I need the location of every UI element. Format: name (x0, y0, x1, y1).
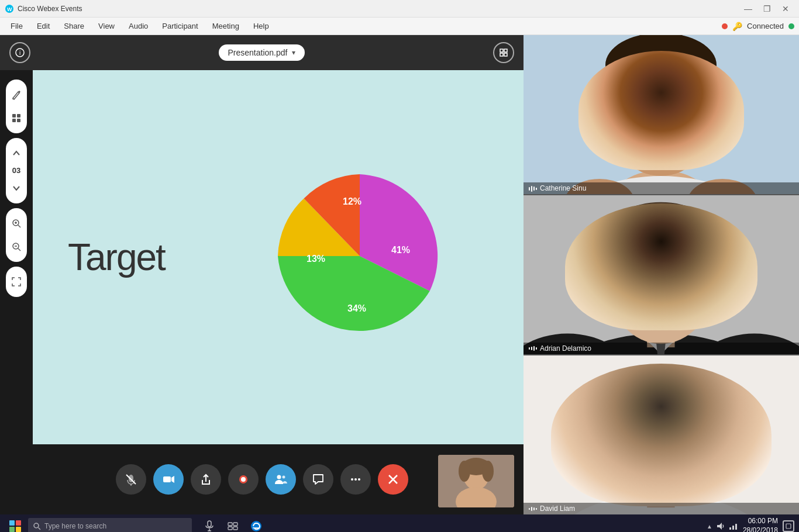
toolbar-right (493, 42, 514, 63)
fullscreen-button[interactable] (6, 271, 27, 292)
notification-center-button[interactable] (783, 520, 794, 532)
chevron-down-icon (12, 185, 20, 191)
menu-meeting[interactable]: Meeting (206, 19, 245, 33)
more-button[interactable] (340, 464, 371, 495)
menu-audio[interactable]: Audio (123, 19, 154, 33)
svg-rect-9 (17, 114, 20, 118)
file-name: Presentation.pdf (228, 48, 288, 57)
edge-icon (250, 520, 262, 532)
svg-rect-96 (228, 523, 232, 526)
svg-point-45 (608, 59, 714, 176)
svg-rect-56 (529, 187, 530, 191)
svg-text:13%: 13% (306, 254, 325, 264)
minimize-button[interactable]: — (739, 0, 757, 18)
svg-point-29 (241, 477, 246, 482)
participant-photo-catherine (524, 35, 799, 194)
maximize-button[interactable]: ❐ (758, 0, 776, 18)
video-button[interactable] (153, 464, 184, 495)
svg-point-48 (676, 71, 734, 141)
zoom-out-button[interactable] (6, 236, 27, 257)
svg-rect-57 (531, 186, 532, 192)
search-placeholder: Type here to search (44, 522, 106, 530)
taskbar-mic-icon[interactable] (199, 516, 220, 532)
mute-icon (125, 473, 137, 486)
slide-area: 03 (0, 70, 524, 444)
svg-point-34 (358, 478, 360, 481)
security-icon: 🔑 (732, 22, 742, 31)
prev-page-button[interactable] (6, 143, 27, 164)
speaker-icon[interactable] (716, 521, 725, 531)
svg-rect-105 (786, 524, 791, 528)
network-icon[interactable] (729, 521, 738, 531)
file-dropdown[interactable]: Presentation.pdf ▾ (219, 44, 305, 61)
taskbar: Type here to search ▲ (0, 514, 799, 532)
participants-button[interactable] (266, 464, 296, 495)
participants-panel: Catherine Sinu (524, 35, 799, 514)
svg-rect-103 (732, 526, 734, 530)
notification-icon (786, 523, 791, 529)
presentation-toolbar: i Presentation.pdf ▾ (0, 35, 524, 70)
start-button[interactable] (5, 516, 26, 532)
svg-rect-89 (533, 507, 535, 510)
svg-point-42 (482, 461, 494, 482)
pen-tool-button[interactable] (6, 84, 27, 105)
chevron-icon[interactable]: ▲ (707, 523, 712, 530)
taskbar-edge-icon[interactable] (246, 516, 267, 532)
participant-card-adrian: Adrian Delamico (524, 195, 799, 355)
menu-file[interactable]: File (5, 19, 29, 33)
close-button[interactable]: ✕ (777, 0, 794, 18)
controls-row (116, 464, 408, 495)
layout-button[interactable] (493, 42, 514, 63)
zoom-in-button[interactable] (6, 213, 27, 234)
chat-button[interactable] (303, 464, 333, 495)
more-icon (349, 473, 362, 486)
david-photo-svg (524, 355, 799, 514)
share-button[interactable] (191, 464, 221, 495)
zoom-in-icon (11, 218, 22, 229)
svg-point-47 (588, 71, 646, 141)
toolbar-left: i (9, 42, 30, 63)
clock-date: 28/02/2018 (743, 526, 778, 532)
catherine-photo-svg (524, 35, 799, 194)
svg-rect-98 (228, 527, 232, 530)
svg-rect-5 (504, 49, 507, 52)
svg-text:41%: 41% (391, 245, 410, 255)
audio-wave-icon-david (528, 505, 538, 512)
menu-participant[interactable]: Participant (156, 19, 204, 33)
menu-help[interactable]: Help (247, 19, 275, 33)
svg-rect-6 (500, 53, 503, 56)
mute-button[interactable] (116, 464, 146, 495)
end-call-button[interactable] (378, 464, 408, 495)
self-video-placeholder (438, 455, 514, 507)
menu-share[interactable]: Share (58, 19, 90, 33)
fullscreen-tools (6, 267, 27, 297)
next-page-button[interactable] (6, 178, 27, 199)
svg-line-92 (39, 528, 41, 530)
svg-point-41 (459, 461, 470, 482)
menu-edit[interactable]: Edit (31, 19, 56, 33)
pie-chart: 41% 34% 13% 12% (266, 163, 453, 350)
recording-indicator (722, 23, 728, 29)
title-bar-left: W Cisco Webex Events (5, 4, 82, 13)
info-button[interactable]: i (9, 42, 30, 63)
svg-rect-65 (625, 277, 655, 296)
menu-bar-right: 🔑 Connected (722, 22, 794, 31)
bottom-bar (0, 444, 524, 514)
svg-rect-75 (536, 347, 537, 350)
svg-line-15 (18, 225, 20, 227)
menu-view[interactable]: View (92, 19, 120, 33)
svg-rect-8 (12, 114, 16, 118)
svg-rect-10 (12, 119, 16, 122)
end-call-icon (387, 473, 399, 486)
svg-point-64 (607, 202, 715, 264)
svg-rect-104 (735, 524, 737, 530)
record-button[interactable] (228, 464, 259, 495)
svg-point-80 (595, 400, 623, 442)
svg-point-85 (674, 432, 689, 444)
grid-tool-button[interactable] (6, 108, 27, 129)
participant-label-catherine: Catherine Sinu (540, 184, 586, 192)
system-clock[interactable]: 06:00 PM 28/02/2018 (743, 517, 778, 532)
taskbar-task-view[interactable] (222, 516, 243, 532)
search-box[interactable]: Type here to search (28, 518, 192, 532)
window-title: Cisco Webex Events (18, 5, 82, 13)
